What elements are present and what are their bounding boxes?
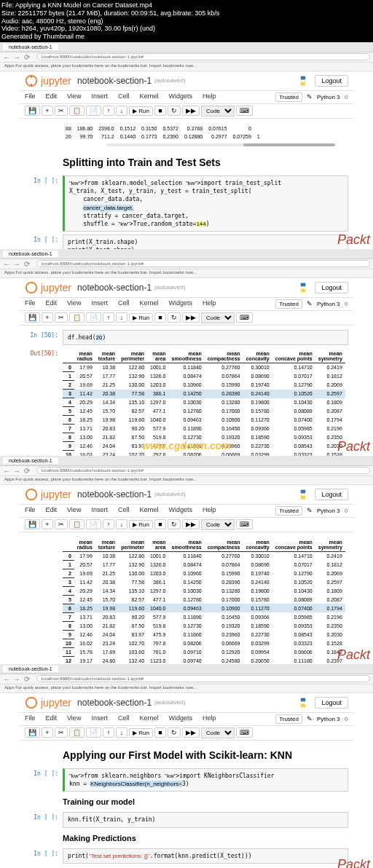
back-icon[interactable]: ← [3, 53, 10, 60]
menu-item-insert[interactable]: Insert [91, 714, 108, 724]
menu-item-help[interactable]: Help [203, 506, 216, 516]
copy-button[interactable]: 📋 [69, 106, 85, 116]
menu-item-view[interactable]: View [67, 299, 81, 309]
move-down-button[interactable]: ↓ [116, 312, 127, 323]
paste-button[interactable]: 📄 [86, 312, 101, 323]
menu-item-help[interactable]: Help [203, 299, 216, 309]
menu-item-kernel[interactable]: Kernel [139, 506, 158, 516]
menu-item-help[interactable]: Help [203, 92, 216, 102]
run-button[interactable]: ▶ Run [129, 106, 153, 116]
menu-item-widgets[interactable]: Widgets [168, 506, 192, 516]
stop-button[interactable]: ■ [154, 727, 166, 738]
notebook-title[interactable]: notebook-section-1 [77, 76, 152, 86]
restart-button[interactable]: ↻ [168, 519, 181, 529]
menu-item-edit[interactable]: Edit [46, 299, 58, 309]
move-down-button[interactable]: ↓ [116, 727, 127, 738]
save-button[interactable]: 💾 [25, 519, 40, 529]
restart-button[interactable]: ↻ [168, 727, 181, 738]
run-button[interactable]: ▶ Run [129, 728, 153, 738]
add-cell-button[interactable]: + [42, 312, 53, 323]
stop-button[interactable]: ■ [154, 519, 166, 529]
back-icon[interactable]: ← [3, 675, 10, 682]
reload-icon[interactable]: ⟳ [23, 467, 31, 474]
forward-icon[interactable]: → [13, 260, 20, 267]
move-up-button[interactable]: ↑ [103, 312, 114, 323]
menu-item-view[interactable]: View [67, 506, 81, 516]
menu-item-widgets[interactable]: Widgets [168, 714, 192, 724]
menu-item-file[interactable]: File [25, 714, 36, 724]
trusted-badge[interactable]: Trusted [275, 506, 302, 516]
add-cell-button[interactable]: + [42, 106, 53, 116]
kernel-name[interactable]: Python 3 [317, 508, 340, 514]
stop-button[interactable]: ■ [154, 106, 166, 116]
reload-icon[interactable]: ⟳ [23, 675, 31, 682]
menu-item-kernel[interactable]: Kernel [139, 92, 158, 102]
kernel-name[interactable]: Python 3 [317, 94, 340, 100]
cut-button[interactable]: ✂ [55, 312, 68, 323]
cut-button[interactable]: ✂ [55, 727, 68, 738]
cell-type-select[interactable]: Code [201, 727, 235, 738]
move-down-button[interactable]: ↓ [116, 519, 127, 529]
edit-icon[interactable]: ✎ [307, 715, 313, 722]
cut-button[interactable]: ✂ [55, 519, 68, 529]
back-icon[interactable]: ← [3, 260, 10, 267]
kernel-name[interactable]: Python 3 [317, 301, 340, 307]
move-up-button[interactable]: ↑ [103, 519, 114, 529]
menu-item-cell[interactable]: Cell [118, 714, 130, 724]
edit-icon[interactable]: ✎ [307, 507, 313, 514]
run-button[interactable]: ▶ Run [129, 313, 153, 323]
copy-button[interactable]: 📋 [69, 727, 85, 738]
copy-button[interactable]: 📋 [69, 312, 85, 323]
code-cell-knn[interactable]: "kw">from sklearn.neighbors "kw">import … [63, 768, 348, 792]
reload-icon[interactable]: ⟳ [23, 53, 31, 60]
menu-item-insert[interactable]: Insert [91, 506, 108, 516]
move-up-button[interactable]: ↑ [103, 106, 114, 116]
restart-run-button[interactable]: ▶▶ [182, 312, 200, 323]
code-cell-fit[interactable]: knn.fit(X_train, y_train) [63, 812, 348, 827]
url-bar[interactable]: localhost:8888/notebooks/notebook-sectio… [36, 675, 370, 682]
menu-item-widgets[interactable]: Widgets [168, 92, 192, 102]
menu-item-file[interactable]: File [25, 506, 36, 516]
kernel-name[interactable]: Python 3 [317, 716, 340, 722]
code-cell-head[interactable]: df.head(20) [63, 330, 348, 345]
move-up-button[interactable]: ↑ [103, 727, 114, 738]
menu-item-file[interactable]: File [25, 92, 36, 102]
menu-item-widgets[interactable]: Widgets [168, 299, 192, 309]
url-bar[interactable]: localhost:8888/notebooks/notebook-sectio… [36, 260, 370, 267]
menu-item-kernel[interactable]: Kernel [139, 714, 158, 724]
edit-icon[interactable]: ✎ [307, 93, 313, 100]
cell-type-select[interactable]: Code [201, 519, 235, 530]
restart-run-button[interactable]: ▶▶ [182, 727, 200, 738]
browser-tab[interactable]: notebook-section-1 [3, 666, 58, 672]
menu-item-insert[interactable]: Insert [91, 92, 108, 102]
menu-item-view[interactable]: View [67, 714, 81, 724]
menu-item-cell[interactable]: Cell [118, 506, 130, 516]
cut-button[interactable]: ✂ [55, 106, 68, 116]
back-icon[interactable]: ← [3, 467, 10, 474]
reload-icon[interactable]: ⟳ [23, 260, 31, 267]
menu-item-edit[interactable]: Edit [46, 714, 58, 724]
forward-icon[interactable]: → [13, 675, 20, 682]
logout-button[interactable]: Logout [315, 75, 348, 87]
copy-button[interactable]: 📋 [69, 519, 85, 529]
edit-icon[interactable]: ✎ [307, 300, 313, 307]
trusted-badge[interactable]: Trusted [275, 714, 302, 724]
menu-item-view[interactable]: View [67, 92, 81, 102]
save-button[interactable]: 💾 [25, 727, 40, 738]
cell-type-select[interactable]: Code [201, 106, 235, 117]
trusted-badge[interactable]: Trusted [275, 92, 302, 102]
browser-tab[interactable]: notebook-section-1 [3, 44, 58, 50]
stop-button[interactable]: ■ [154, 312, 166, 323]
paste-button[interactable]: 📄 [86, 727, 101, 738]
url-bar[interactable]: localhost:8888/notebooks/notebook-sectio… [36, 53, 370, 60]
trusted-badge[interactable]: Trusted [275, 299, 302, 309]
save-button[interactable]: 💾 [25, 106, 40, 116]
browser-tab[interactable]: notebook-section-1 [3, 457, 58, 464]
table-scrollbar[interactable] [106, 143, 335, 146]
menu-item-cell[interactable]: Cell [118, 299, 130, 309]
command-palette-button[interactable]: ⌨ [236, 312, 253, 323]
notebook-title[interactable]: notebook-section-1 [77, 698, 152, 708]
command-palette-button[interactable]: ⌨ [236, 106, 253, 116]
command-palette-button[interactable]: ⌨ [236, 519, 253, 529]
restart-button[interactable]: ↻ [168, 106, 181, 116]
